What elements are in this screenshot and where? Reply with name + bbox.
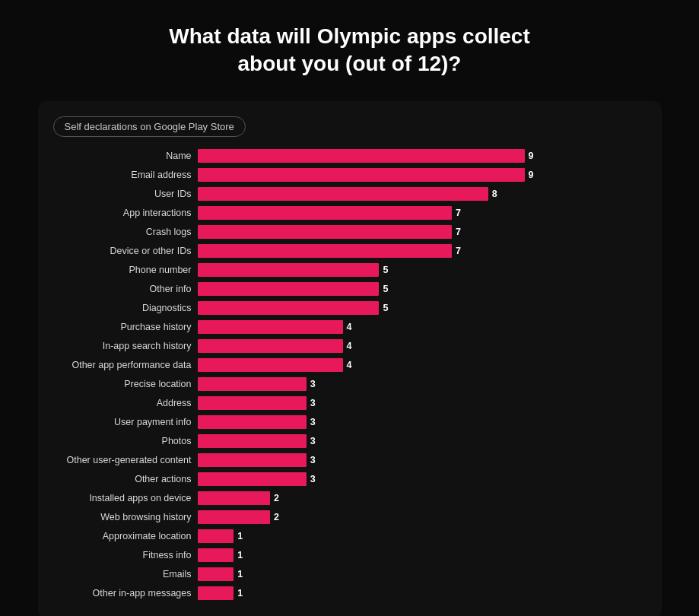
table-row: Other info5 [46,281,647,297]
bar-label: Device or other IDs [46,246,198,256]
bar-label: Other user-generated content [46,455,198,465]
bar-track: 2 [198,510,647,524]
table-row: User IDs8 [46,186,647,202]
bar-fill [198,529,234,543]
table-row: Other app performance data4 [46,357,647,373]
bar-track: 1 [198,529,647,543]
table-row: Other in-app messages1 [46,585,647,602]
bar-value: 1 [234,588,243,599]
bar-track: 5 [198,263,647,277]
bar-value: 3 [307,379,316,389]
table-row: Photos3 [46,433,647,449]
bar-label: Other app performance data [46,360,198,370]
bar-value: 7 [452,246,461,256]
bar-label: User IDs [46,189,198,199]
table-row: Installed apps on device2 [46,490,647,506]
chart-container: Self declarations on Google Play Store N… [38,101,662,616]
bar-track: 3 [198,415,647,429]
table-row: Purchase history4 [46,319,647,335]
table-row: User payment info3 [46,414,647,430]
bar-fill [198,206,452,220]
bar-track: 3 [198,434,647,448]
bar-value: 1 [234,550,243,560]
bar-fill [198,225,452,239]
page-title: What data will Olympic apps collect abou… [169,23,530,78]
bar-track: 4 [198,358,647,372]
bar-label: Precise location [46,379,198,389]
table-row: Approximate location1 [46,528,647,545]
bar-value: 5 [379,303,388,313]
table-row: Crash logs7 [46,224,647,240]
bar-label: Address [46,398,198,408]
bar-fill [198,263,380,277]
bar-track: 1 [198,567,647,581]
table-row: Email address9 [46,167,647,183]
bar-label: Approximate location [46,531,198,541]
bar-label: Diagnostics [46,303,198,313]
bar-value: 1 [234,569,243,579]
table-row: Other user-generated content3 [46,452,647,468]
bar-value: 2 [270,512,279,522]
bar-label: App interactions [46,208,198,218]
bar-track: 8 [198,187,647,201]
bar-label: In-app search history [46,341,198,351]
bar-label: Email address [46,170,198,180]
bar-fill [198,567,234,581]
bar-value: 1 [234,531,243,541]
bar-fill [198,548,234,562]
bar-value: 3 [307,455,316,465]
bar-track: 7 [198,225,647,239]
table-row: Device or other IDs7 [46,243,647,259]
bar-fill [198,301,380,315]
bar-track: 9 [198,149,647,163]
bars-area: Name9Email address9User IDs8App interact… [46,148,647,602]
bar-label: Emails [46,569,198,579]
bar-label: Crash logs [46,227,198,237]
bar-value: 9 [525,151,534,161]
bar-fill [198,491,271,505]
table-row: Address3 [46,395,647,411]
bar-label: Photos [46,436,198,446]
bar-value: 4 [343,322,352,332]
bar-track: 7 [198,244,647,258]
table-row: In-app search history4 [46,338,647,354]
bar-track: 7 [198,206,647,220]
bar-fill [198,586,234,600]
bar-fill [198,415,307,429]
bar-label: Installed apps on device [46,493,198,503]
bar-value: 3 [307,417,316,427]
table-row: Fitness info1 [46,547,647,564]
bar-fill [198,187,488,201]
bar-fill [198,320,343,334]
table-row: App interactions7 [46,205,647,221]
bar-track: 1 [198,586,647,600]
bar-value: 3 [307,398,316,408]
legend-label: Self declarations on Google Play Store [53,116,246,137]
bar-track: 2 [198,491,647,505]
bar-fill [198,282,380,296]
bar-track: 4 [198,339,647,353]
bar-track: 9 [198,168,647,182]
bar-fill [198,339,343,353]
bar-label: Fitness info [46,550,198,560]
table-row: Name9 [46,148,647,164]
bar-label: Web browsing history [46,512,198,522]
table-row: Other actions3 [46,471,647,487]
bar-fill [198,168,525,182]
bar-track: 5 [198,301,647,315]
bar-track: 3 [198,453,647,467]
bar-fill [198,244,452,258]
bar-value: 9 [525,170,534,180]
bar-fill [198,453,307,467]
bar-value: 4 [343,360,352,370]
bar-label: Phone number [46,265,198,275]
bar-track: 1 [198,548,647,562]
bar-track: 5 [198,282,647,296]
bar-fill [198,434,307,448]
bar-value: 3 [307,436,316,446]
bar-fill [198,510,271,524]
bar-track: 3 [198,396,647,410]
bar-track: 3 [198,472,647,486]
table-row: Phone number5 [46,262,647,278]
bar-fill [198,377,307,391]
